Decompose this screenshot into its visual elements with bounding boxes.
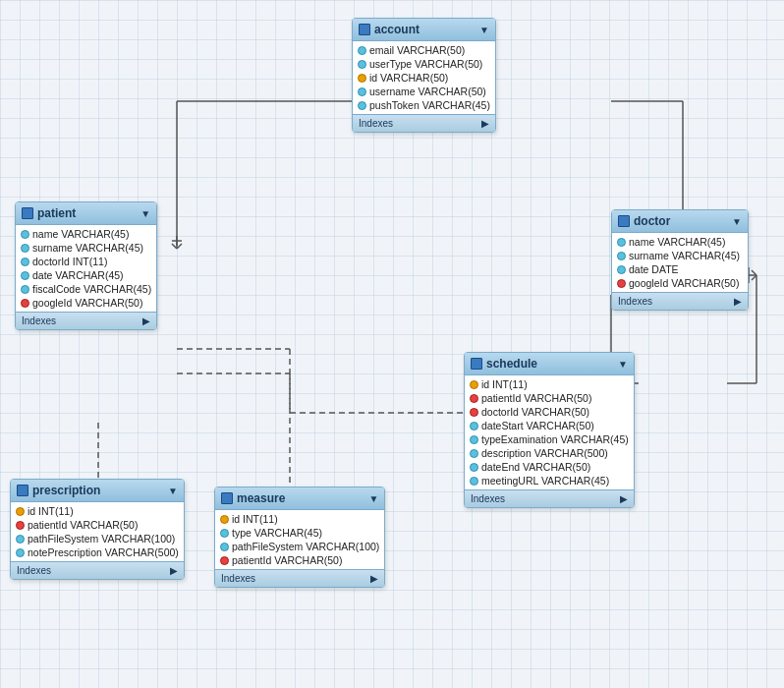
table-body-measure: id INT(11)type VARCHAR(45)pathFileSystem… xyxy=(215,510,384,569)
table-icon-schedule xyxy=(471,358,482,370)
table-row: doctorId INT(11) xyxy=(16,255,156,268)
field-icon-patient-2 xyxy=(21,258,29,266)
indexes-chevron-patient: ▶ xyxy=(142,315,150,326)
table-title-patient: patient xyxy=(22,206,76,220)
table-chevron-patient[interactable]: ▼ xyxy=(140,208,150,219)
field-text-patient-3: date VARCHAR(45) xyxy=(32,269,124,281)
table-icon-patient xyxy=(22,207,33,219)
table-row: pushToken VARCHAR(45) xyxy=(353,98,495,112)
table-chevron-account[interactable]: ▼ xyxy=(479,25,489,35)
field-icon-patient-1 xyxy=(21,244,29,253)
table-row: surname VARCHAR(45) xyxy=(612,249,748,262)
field-text-doctor-0: name VARCHAR(45) xyxy=(629,236,725,248)
table-row: id INT(11) xyxy=(11,504,184,518)
indexes-label-doctor: Indexes xyxy=(618,296,652,307)
field-icon-schedule-1 xyxy=(470,394,478,403)
table-indexes-doctor[interactable]: Indexes▶ xyxy=(612,292,748,310)
indexes-label-measure: Indexes xyxy=(221,573,255,584)
field-text-patient-2: doctorId INT(11) xyxy=(32,256,107,267)
indexes-label-account: Indexes xyxy=(359,118,393,129)
field-icon-measure-3 xyxy=(220,556,229,565)
table-title-doctor: doctor xyxy=(618,214,670,228)
field-text-patient-4: fiscalCode VARCHAR(45) xyxy=(32,283,151,295)
table-header-patient[interactable]: patient ▼ xyxy=(16,202,156,225)
table-header-doctor[interactable]: doctor ▼ xyxy=(612,210,748,233)
field-icon-measure-0 xyxy=(220,515,229,524)
field-icon-schedule-4 xyxy=(470,435,478,444)
table-chevron-schedule[interactable]: ▼ xyxy=(618,359,628,370)
table-chevron-measure[interactable]: ▼ xyxy=(368,493,378,504)
field-icon-patient-4 xyxy=(21,285,29,294)
table-header-prescription[interactable]: prescription ▼ xyxy=(11,480,184,502)
field-text-schedule-7: meetingURL VARCHAR(45) xyxy=(481,475,609,487)
table-indexes-prescription[interactable]: Indexes▶ xyxy=(11,561,184,579)
svg-line-2 xyxy=(172,244,177,249)
table-doctor: doctor ▼ name VARCHAR(45)surname VARCHAR… xyxy=(611,209,749,311)
table-body-doctor: name VARCHAR(45)surname VARCHAR(45)date … xyxy=(612,233,748,292)
table-indexes-schedule[interactable]: Indexes▶ xyxy=(465,489,634,507)
field-text-schedule-4: typeExamination VARCHAR(45) xyxy=(481,433,629,445)
table-chevron-doctor[interactable]: ▼ xyxy=(732,216,742,227)
table-indexes-account[interactable]: Indexes▶ xyxy=(353,114,495,132)
field-icon-schedule-6 xyxy=(470,463,478,472)
field-text-doctor-3: googleId VARCHAR(50) xyxy=(629,277,739,289)
table-row: patientId VARCHAR(50) xyxy=(465,391,634,405)
indexes-chevron-schedule: ▶ xyxy=(620,493,628,504)
indexes-chevron-doctor: ▶ xyxy=(734,296,742,307)
table-row: name VARCHAR(45) xyxy=(16,227,156,241)
table-name-account: account xyxy=(374,23,420,36)
table-row: surname VARCHAR(45) xyxy=(16,241,156,255)
field-icon-schedule-0 xyxy=(470,380,478,389)
field-text-account-3: username VARCHAR(50) xyxy=(369,86,486,97)
field-icon-doctor-1 xyxy=(617,252,626,260)
table-row: description VARCHAR(500) xyxy=(465,446,634,460)
table-row: userType VARCHAR(50) xyxy=(353,57,495,71)
table-body-account: email VARCHAR(50)userType VARCHAR(50)id … xyxy=(353,41,495,114)
field-icon-account-1 xyxy=(358,60,366,69)
indexes-label-schedule: Indexes xyxy=(471,493,505,504)
table-indexes-patient[interactable]: Indexes▶ xyxy=(16,312,156,329)
table-row: typeExamination VARCHAR(45) xyxy=(465,432,634,446)
field-icon-account-3 xyxy=(358,87,366,96)
table-row: googleId VARCHAR(50) xyxy=(612,276,748,290)
field-text-prescription-1: patientId VARCHAR(50) xyxy=(28,519,138,531)
table-indexes-measure[interactable]: Indexes▶ xyxy=(215,569,384,587)
table-header-measure[interactable]: measure ▼ xyxy=(215,487,384,510)
table-row: doctorId VARCHAR(50) xyxy=(465,405,634,419)
field-text-schedule-3: dateStart VARCHAR(50) xyxy=(481,420,594,431)
indexes-label-patient: Indexes xyxy=(22,315,56,326)
table-chevron-prescription[interactable]: ▼ xyxy=(168,486,178,496)
field-text-prescription-3: notePrescription VARCHAR(500) xyxy=(28,546,179,558)
table-row: type VARCHAR(45) xyxy=(215,526,384,540)
field-icon-patient-5 xyxy=(21,299,29,308)
table-row: id INT(11) xyxy=(215,512,384,526)
field-icon-patient-0 xyxy=(21,230,29,239)
table-row: id VARCHAR(50) xyxy=(353,71,495,85)
table-row: dateEnd VARCHAR(50) xyxy=(465,460,634,474)
table-row: date VARCHAR(45) xyxy=(16,268,156,282)
field-icon-prescription-3 xyxy=(16,548,25,557)
table-schedule: schedule ▼ id INT(11)patientId VARCHAR(5… xyxy=(464,352,635,508)
field-text-prescription-2: pathFileSystem VARCHAR(100) xyxy=(28,533,175,545)
table-row: patientId VARCHAR(50) xyxy=(215,553,384,567)
svg-line-26 xyxy=(752,275,756,280)
table-row: email VARCHAR(50) xyxy=(353,43,495,57)
table-row: fiscalCode VARCHAR(45) xyxy=(16,282,156,296)
table-account: account ▼ email VARCHAR(50)userType VARC… xyxy=(352,18,496,133)
table-row: patientId VARCHAR(50) xyxy=(11,518,184,532)
indexes-chevron-measure: ▶ xyxy=(370,573,378,584)
field-icon-doctor-0 xyxy=(617,238,626,247)
field-icon-prescription-0 xyxy=(16,507,25,516)
table-icon-doctor xyxy=(618,215,630,227)
table-name-patient: patient xyxy=(37,206,76,220)
table-header-account[interactable]: account ▼ xyxy=(353,19,495,41)
field-icon-account-0 xyxy=(358,46,366,55)
table-row: notePrescription VARCHAR(500) xyxy=(11,545,184,559)
field-text-patient-5: googleId VARCHAR(50) xyxy=(32,297,142,309)
table-name-schedule: schedule xyxy=(486,357,537,371)
field-text-schedule-6: dateEnd VARCHAR(50) xyxy=(481,461,590,473)
field-text-doctor-1: surname VARCHAR(45) xyxy=(629,250,740,261)
field-text-doctor-2: date DATE xyxy=(629,263,679,275)
field-icon-prescription-1 xyxy=(16,521,25,530)
table-header-schedule[interactable]: schedule ▼ xyxy=(465,353,634,375)
